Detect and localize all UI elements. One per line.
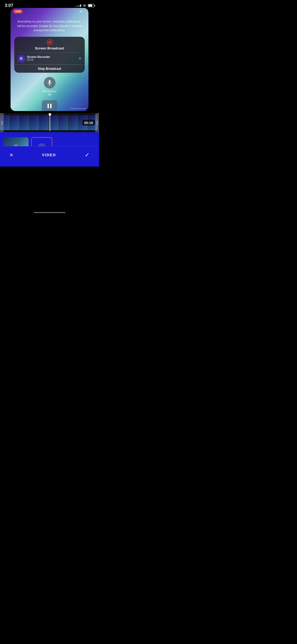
battery-icon bbox=[88, 4, 94, 7]
app-name: Screen Recorder bbox=[27, 55, 50, 58]
home-indicator bbox=[34, 212, 65, 213]
pause-bar-left bbox=[48, 104, 49, 108]
svg-rect-5 bbox=[49, 80, 50, 83]
frame-thumb-3 bbox=[20, 115, 29, 130]
frame-thumb-6 bbox=[49, 115, 58, 130]
timeline-strip[interactable]: 00:19 bbox=[0, 113, 99, 132]
broadcast-title: Screen Broadcast bbox=[35, 46, 64, 50]
timeline-left-handle[interactable] bbox=[0, 113, 4, 132]
cancel-button[interactable]: × bbox=[8, 150, 15, 160]
frame-thumb-5 bbox=[39, 115, 49, 130]
microphone-text-line2: Off bbox=[43, 93, 56, 96]
microphone-label: Microphone Off bbox=[43, 90, 56, 96]
editor-area: 00:19 ○ Screen Broadcast ▶ Stop Broadcas… bbox=[0, 113, 99, 167]
loading-spinner: ✳ bbox=[78, 56, 82, 61]
bottom-toolbar: × VIDEO ✓ bbox=[0, 146, 99, 167]
svg-point-4 bbox=[20, 58, 21, 59]
microphone-area: Microphone Off bbox=[11, 77, 88, 96]
svg-point-0 bbox=[19, 57, 23, 60]
microphone-text-line1: Microphone bbox=[43, 90, 56, 93]
status-time: 3:07 bbox=[5, 3, 13, 8]
watermark: ● Screen Recorder bbox=[70, 108, 86, 109]
broadcast-header: Screen Broadcast bbox=[14, 37, 85, 52]
record-dot-inner bbox=[48, 41, 51, 44]
status-bar: 3:07 bbox=[0, 0, 99, 10]
timeline-right-handle[interactable] bbox=[95, 113, 99, 132]
warning-text: Everything on your screen, including not… bbox=[11, 15, 88, 36]
status-right-icons bbox=[75, 4, 94, 8]
svg-point-2 bbox=[21, 57, 22, 58]
frame-thumb-8 bbox=[68, 115, 78, 130]
broadcast-card: Screen Broadcast Screen Recorder 00:06 bbox=[14, 37, 85, 73]
broadcast-app-row: Screen Recorder 00:06 ✳ bbox=[14, 53, 85, 64]
svg-point-3 bbox=[22, 58, 22, 59]
app-details: Screen Recorder 00:06 bbox=[27, 55, 50, 61]
wifi-icon bbox=[82, 4, 87, 8]
app-time: 00:06 bbox=[27, 58, 50, 61]
signal-icon bbox=[75, 4, 81, 7]
phone-screen: 3:04 ⚡ Everything on your screen, includ… bbox=[11, 8, 88, 111]
pause-bar-right bbox=[50, 104, 51, 108]
app-info: Screen Recorder 00:06 bbox=[17, 55, 50, 62]
frame-thumb-2 bbox=[10, 115, 19, 130]
inner-status-icons: ⚡ bbox=[79, 10, 86, 13]
timestamp: 00:19 bbox=[82, 120, 95, 126]
timeline-playhead[interactable] bbox=[50, 114, 50, 131]
microphone-button[interactable] bbox=[44, 77, 55, 89]
confirm-button[interactable]: ✓ bbox=[83, 150, 91, 160]
pause-button[interactable] bbox=[42, 100, 58, 111]
toolbar-title: VIDEO bbox=[42, 153, 56, 157]
stop-broadcast-button[interactable]: Stop Broadcast bbox=[14, 65, 85, 73]
frame-thumb-7 bbox=[59, 115, 68, 130]
record-indicator bbox=[47, 39, 53, 45]
inner-time: 3:04 bbox=[13, 10, 23, 13]
frame-thumb-4 bbox=[29, 115, 39, 130]
app-icon bbox=[17, 55, 25, 62]
